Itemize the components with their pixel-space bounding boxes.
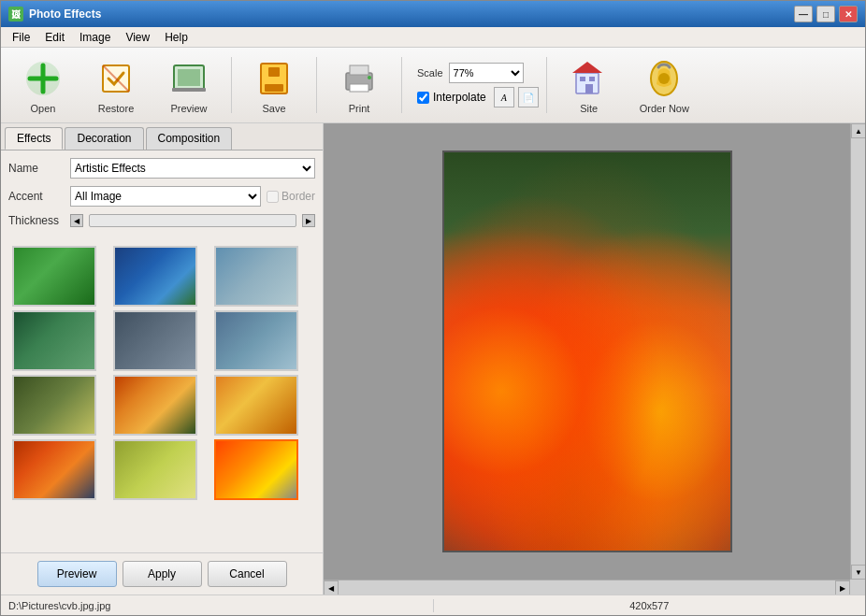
apply-button[interactable]: Apply [123, 561, 202, 587]
status-separator [433, 599, 434, 612]
border-checkbox[interactable] [267, 191, 279, 203]
right-panel: ▲ ▼ ◀ ▶ [324, 123, 865, 595]
tab-decoration[interactable]: Decoration [65, 127, 143, 150]
accent-label: Accent [8, 190, 65, 203]
save-icon [252, 56, 296, 101]
separator-1 [231, 57, 232, 113]
preview-toolbar-button[interactable]: Preview [154, 51, 224, 119]
save-button[interactable]: Save [239, 51, 309, 119]
tab-effects[interactable]: Effects [5, 127, 63, 150]
preview-icon [166, 56, 211, 101]
window-title: Photo Effects [29, 7, 101, 21]
minimize-button[interactable]: — [794, 6, 813, 22]
scrollbar-corner [850, 580, 865, 595]
separator-3 [401, 57, 402, 113]
accent-row: Accent All Image Border [8, 186, 315, 207]
preview-button[interactable]: Preview [37, 561, 117, 587]
menu-file[interactable]: File [5, 29, 37, 46]
fire-overlay [444, 152, 730, 551]
svg-rect-18 [589, 77, 595, 81]
border-label[interactable]: Border [267, 190, 315, 203]
site-label: Site [580, 103, 598, 114]
name-row: Name Artistic Effects [8, 158, 315, 179]
page-btn[interactable]: 📄 [518, 87, 539, 107]
toolbar: Open Restore Preview [1, 48, 865, 123]
main-window: 🖼 Photo Effects — □ ✕ File Edit Image Vi… [0, 0, 866, 616]
menubar: File Edit Image View Help [1, 27, 865, 48]
scroll-up-btn[interactable]: ▲ [851, 123, 865, 138]
thickness-left-arrow[interactable]: ◀ [70, 214, 83, 227]
scroll-down-btn[interactable]: ▼ [851, 565, 865, 580]
cancel-button[interactable]: Cancel [208, 561, 287, 587]
titlebar: 🖼 Photo Effects — □ ✕ [1, 1, 865, 27]
statusbar: D:\Pictures\cvb.jpg.jpg 420x577 [1, 595, 865, 615]
interpolate-checkbox[interactable] [417, 92, 429, 104]
name-select[interactable]: Artistic Effects [70, 158, 315, 179]
maximize-button[interactable]: □ [816, 6, 835, 22]
svg-rect-6 [172, 88, 206, 92]
open-button[interactable]: Open [8, 51, 78, 119]
scale-select[interactable]: 77% 50% 100% 150% [449, 63, 524, 83]
svg-rect-12 [350, 84, 368, 92]
thickness-row: Thickness ◀ ▶ [8, 214, 315, 227]
thickness-track[interactable] [89, 214, 296, 227]
thumbnail-11[interactable] [113, 439, 197, 500]
thumbnails-area [8, 242, 315, 552]
horizontal-scrollbar[interactable]: ◀ ▶ [324, 580, 850, 595]
close-button[interactable]: ✕ [839, 6, 858, 22]
thumbnail-5[interactable] [113, 310, 197, 371]
app-icon: 🖼 [8, 7, 23, 21]
scale-label: Scale [417, 67, 443, 79]
font-btn[interactable]: A [494, 87, 514, 107]
controls-area: Name Artistic Effects Accent All Image B… [1, 150, 323, 242]
bottom-buttons: Preview Apply Cancel [1, 552, 323, 595]
svg-rect-9 [268, 67, 280, 77]
print-label: Print [349, 103, 370, 114]
svg-rect-16 [585, 84, 593, 93]
restore-button[interactable]: Restore [81, 51, 151, 119]
scale-area: Scale 77% 50% 100% 150% Interpolate A 📄 [417, 63, 539, 107]
svg-rect-11 [350, 65, 368, 75]
thumbnail-9[interactable] [214, 375, 298, 436]
preview-toolbar-label: Preview [170, 103, 207, 114]
svg-rect-5 [178, 69, 200, 86]
accent-select[interactable]: All Image [70, 186, 261, 207]
restore-label: Restore [98, 103, 135, 114]
thumbnail-3[interactable] [214, 246, 298, 307]
preview-image [442, 150, 732, 552]
thumbnails-grid [8, 242, 315, 504]
print-button[interactable]: Print [325, 51, 394, 119]
open-label: Open [31, 103, 56, 114]
order-icon [642, 56, 686, 101]
window-controls: — □ ✕ [794, 6, 858, 22]
preview-image-area [331, 131, 843, 572]
thumbnail-1[interactable] [12, 246, 96, 307]
thumbnail-2[interactable] [113, 246, 197, 307]
scroll-right-btn[interactable]: ▶ [835, 580, 850, 595]
thumbnail-12[interactable] [214, 439, 298, 500]
scroll-left-btn[interactable]: ◀ [324, 580, 339, 595]
thumbnail-4[interactable] [12, 310, 96, 371]
image-content [444, 152, 730, 551]
svg-rect-8 [265, 84, 283, 92]
tab-composition[interactable]: Composition [146, 127, 233, 150]
site-button[interactable]: Site [555, 51, 624, 119]
thumbnail-7[interactable] [12, 375, 96, 436]
separator-2 [316, 57, 317, 113]
menu-image[interactable]: Image [72, 29, 118, 46]
menu-edit[interactable]: Edit [37, 29, 72, 46]
menu-view[interactable]: View [118, 29, 157, 46]
left-panel: Effects Decoration Composition Name Arti… [1, 123, 324, 595]
thickness-right-arrow[interactable]: ▶ [302, 214, 315, 227]
status-dimensions: 420x577 [441, 600, 859, 611]
thumbnails-scroll[interactable] [8, 242, 315, 552]
vertical-scrollbar[interactable]: ▲ ▼ [850, 123, 865, 580]
thumbnail-6[interactable] [214, 310, 298, 371]
menu-help[interactable]: Help [157, 29, 195, 46]
thumbnail-8[interactable] [113, 375, 197, 436]
thumbnail-10[interactable] [12, 439, 96, 500]
border-text: Border [281, 190, 315, 203]
print-icon [337, 56, 382, 101]
save-label: Save [262, 103, 285, 114]
order-button[interactable]: Order Now [628, 51, 701, 119]
